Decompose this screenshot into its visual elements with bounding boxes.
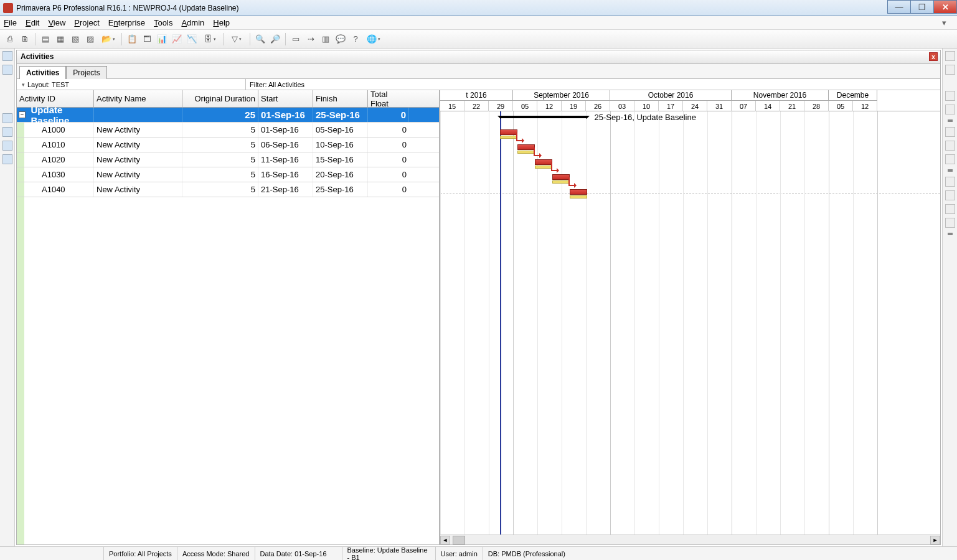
cell-tf[interactable]: 0	[368, 152, 409, 167]
gantt-chart[interactable]: t 2016September 2016October 2016November…	[440, 90, 940, 544]
menu-tools[interactable]: Tools	[154, 18, 172, 27]
cell-dur[interactable]: 5	[182, 123, 258, 137]
right-tool-cut[interactable]	[945, 91, 955, 101]
filter-button[interactable]: ▽▾	[227, 32, 247, 46]
left-tool-5[interactable]	[2, 141, 12, 151]
table-row[interactable]: A1000New Activity501-Sep-1605-Sep-160	[17, 123, 439, 138]
right-tool-down[interactable]	[945, 190, 955, 200]
right-tool-copy[interactable]	[945, 105, 955, 114]
cell-tf[interactable]: 0	[368, 108, 409, 122]
gantt-bar[interactable]	[500, 129, 517, 135]
menu-enterprise[interactable]: Enterprise	[108, 18, 145, 27]
right-tool-right[interactable]	[945, 218, 955, 228]
left-tool-1[interactable]	[2, 51, 12, 61]
menu-file[interactable]: File	[4, 18, 17, 27]
cell-activity-id[interactable]: A1040	[17, 182, 94, 197]
cell-tf[interactable]: 0	[368, 182, 409, 197]
cell-start[interactable]: 21-Sep-16	[258, 182, 313, 197]
update-button[interactable]: 📉	[185, 32, 199, 46]
open-project-button[interactable]: 📂▾	[98, 32, 118, 46]
cell-start[interactable]: 06-Sep-16	[258, 138, 313, 152]
cell-fin[interactable]: 25-Sep-16	[313, 108, 368, 122]
cell-activity-name[interactable]: New Activity	[94, 167, 182, 182]
cell-activity-id[interactable]: A1010	[17, 138, 94, 152]
right-tool-up[interactable]	[945, 177, 955, 187]
schedule-button[interactable]: 📋	[125, 32, 139, 46]
cell-dur[interactable]: 5	[182, 138, 258, 152]
col-total-float[interactable]: Total Float	[368, 90, 409, 107]
cell-activity-name[interactable]: New Activity	[94, 138, 182, 152]
left-tool-3[interactable]	[2, 113, 12, 123]
right-tool-paste[interactable]	[945, 127, 955, 137]
right-tool-del[interactable]	[945, 65, 955, 75]
cell-tf[interactable]: 0	[368, 167, 409, 182]
col-start[interactable]: Start	[258, 90, 313, 107]
menu-edit[interactable]: Edit	[26, 18, 39, 27]
show-columns-button[interactable]: ▥	[319, 32, 332, 46]
menu-view[interactable]: View	[48, 18, 65, 27]
gantt-hscroll[interactable]: ◄ ►	[440, 534, 940, 544]
layout-button-2[interactable]: ▦	[54, 32, 67, 46]
layout-button-3[interactable]: ▧	[68, 32, 82, 46]
scroll-thumb[interactable]	[453, 536, 465, 544]
cell-activity-name[interactable]: New Activity	[94, 152, 182, 167]
cell-dur[interactable]: 25	[182, 108, 258, 122]
menu-admin[interactable]: Admin	[181, 18, 204, 27]
level-button[interactable]: 📊	[155, 32, 169, 46]
claim-button[interactable]: 📈	[170, 32, 184, 46]
menu-project[interactable]: Project	[74, 18, 99, 27]
left-tool-4[interactable]	[2, 127, 12, 137]
cell-start[interactable]: 01-Sep-16	[258, 108, 313, 122]
left-tool-2[interactable]	[2, 65, 12, 75]
right-tool-add[interactable]	[945, 51, 955, 61]
scroll-left-button[interactable]: ◄	[440, 536, 450, 544]
table-row[interactable]: A1010New Activity506-Sep-1610-Sep-160	[17, 138, 439, 152]
right-tool-left[interactable]	[945, 204, 955, 214]
store-button[interactable]: 🗄▾	[200, 32, 220, 46]
cell-dur[interactable]: 5	[182, 182, 258, 197]
cell-fin[interactable]: 05-Sep-16	[313, 123, 368, 137]
zoom-in-button[interactable]: 🔍	[253, 32, 267, 46]
cell-start[interactable]: 11-Sep-16	[258, 152, 313, 167]
col-finish[interactable]: Finish	[313, 90, 368, 107]
scroll-right-button[interactable]: ►	[930, 536, 940, 544]
print-button[interactable]: ⎙	[3, 32, 17, 46]
right-tool-resources[interactable]	[945, 141, 955, 151]
cell-dur[interactable]: 5	[182, 152, 258, 167]
zoom-out-button[interactable]: 🔎	[268, 32, 282, 46]
cell-start[interactable]: 01-Sep-16	[258, 123, 313, 137]
right-tool-roles[interactable]	[945, 154, 955, 164]
cell-tf[interactable]: 0	[368, 138, 409, 152]
col-original-duration[interactable]: Original Duration	[182, 90, 258, 107]
show-rel-button[interactable]: ⇢	[304, 32, 318, 46]
cell-activity-id[interactable]: A1020	[17, 152, 94, 167]
cell-tf[interactable]: 0	[368, 123, 409, 137]
right-tool-split-3[interactable]	[948, 233, 953, 235]
summary-row[interactable]: −Update Baseline2501-Sep-1625-Sep-160	[17, 108, 439, 123]
reflect-button[interactable]: 🗔	[140, 32, 154, 46]
cell-activity-id[interactable]: A1030	[17, 167, 94, 182]
cell-fin[interactable]: 25-Sep-16	[313, 182, 368, 197]
help-button[interactable]: ?	[349, 32, 362, 46]
menu-overflow[interactable]: ▾	[940, 18, 948, 27]
chat-button[interactable]: 💬	[334, 32, 347, 46]
gantt-bar[interactable]	[535, 159, 552, 165]
gantt-bar[interactable]	[570, 189, 587, 195]
gantt-body[interactable]: 25-Sep-16, Update Baseline	[440, 111, 940, 534]
panel-close-button[interactable]: x	[929, 52, 938, 61]
web-button[interactable]: 🌐▾	[364, 32, 384, 46]
layout-button-1[interactable]: ▤	[39, 32, 52, 46]
tab-projects[interactable]: Projects	[66, 66, 106, 79]
table-row[interactable]: A1040New Activity521-Sep-1625-Sep-160	[17, 182, 439, 197]
close-button[interactable]: ✕	[933, 0, 957, 14]
right-tool-split-1[interactable]	[948, 119, 953, 122]
cell-fin[interactable]: 10-Sep-16	[313, 138, 368, 152]
table-row[interactable]: A1030New Activity516-Sep-1620-Sep-160	[17, 167, 439, 182]
cell-activity-id[interactable]: A1000	[17, 123, 94, 137]
cell-fin[interactable]: 15-Sep-16	[313, 152, 368, 167]
table-row[interactable]: A1020New Activity511-Sep-1615-Sep-160	[17, 152, 439, 167]
cell-dur[interactable]: 5	[182, 167, 258, 182]
menu-help[interactable]: Help	[213, 18, 230, 27]
show-progress-button[interactable]: ▭	[289, 32, 303, 46]
collapse-icon[interactable]: −	[19, 111, 26, 118]
